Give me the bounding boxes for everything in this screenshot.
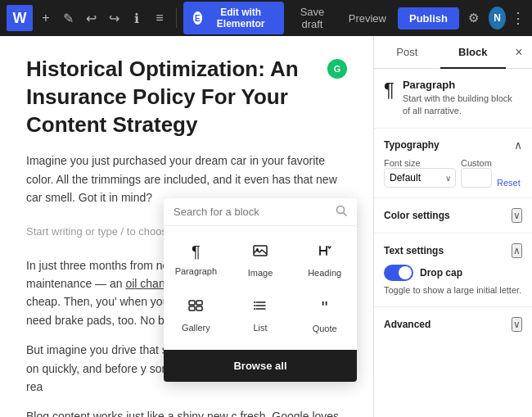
list-view-button[interactable]: ≡ <box>150 5 169 31</box>
block-info: ¶ Paragraph Start with the building bloc… <box>384 79 522 118</box>
svg-rect-4 <box>189 301 195 305</box>
save-draft-button[interactable]: Save draft <box>287 2 337 34</box>
info-button[interactable]: ℹ <box>127 5 147 31</box>
text-settings-header: Text settings ∧ <box>384 243 522 258</box>
drop-cap-description: Toggle to show a large initial letter. <box>384 284 522 297</box>
svg-rect-6 <box>189 306 195 310</box>
svg-rect-5 <box>196 301 202 305</box>
block-item-gallery[interactable]: Gallery <box>164 288 228 343</box>
panel-tabs: Post Block × <box>374 36 532 69</box>
svg-point-12 <box>254 305 255 306</box>
gallery-block-label: Gallery <box>182 323 210 333</box>
reset-font-size-button[interactable]: Reset <box>497 178 521 188</box>
post-title: Historical Optimization: An Insurance Po… <box>26 56 347 138</box>
toolbar: W + ✎ ↩ ↪ ℹ ≡ E Edit with Elementor Save… <box>0 0 532 36</box>
right-panel: Post Block × ¶ Paragraph Start with the … <box>373 36 532 417</box>
image-block-label: Image <box>248 268 273 278</box>
block-item-heading[interactable]: Heading <box>292 233 357 288</box>
block-item-image[interactable]: Image <box>228 233 293 288</box>
block-item-quote[interactable]: " Quote <box>292 288 357 343</box>
edit-with-elementor-button[interactable]: E Edit with Elementor <box>183 2 285 34</box>
image-block-icon <box>252 242 268 263</box>
svg-point-11 <box>254 301 255 303</box>
block-description: Start with the building block of all nar… <box>403 93 522 118</box>
block-name: Paragraph <box>403 79 522 91</box>
avatar: N <box>489 7 506 29</box>
tab-post[interactable]: Post <box>374 36 440 68</box>
svg-line-1 <box>344 213 347 216</box>
settings-button[interactable]: ⚙ <box>464 5 484 31</box>
undo-button[interactable]: ↩ <box>82 5 101 31</box>
toolbar-right: Save draft Preview Publish ⚙ N ⋮ <box>287 2 525 34</box>
gallery-block-icon <box>187 297 204 318</box>
tab-block[interactable]: Block <box>440 36 507 68</box>
font-size-control: Font size Default Small Medium Large ∨ <box>384 158 456 188</box>
typography-header: Typography ∧ <box>384 138 522 152</box>
edit-toolbar-button[interactable]: ✎ <box>59 5 79 31</box>
color-settings-header: Color settings ∨ <box>384 208 522 223</box>
paragraph-block-icon: ¶ <box>192 242 201 261</box>
more-options-button[interactable]: ⋮ <box>511 9 525 27</box>
publish-button[interactable]: Publish <box>398 7 459 29</box>
block-grid: ¶ Paragraph Image <box>164 226 357 350</box>
custom-size-control: Custom <box>461 158 492 188</box>
text-settings-section: Text settings ∧ Drop cap Toggle to show … <box>374 233 532 307</box>
drop-cap-toggle[interactable] <box>384 265 413 281</box>
search-icon <box>336 205 347 219</box>
redo-button[interactable]: ↪ <box>104 5 124 31</box>
block-item-paragraph[interactable]: ¶ Paragraph <box>164 233 228 288</box>
heading-block-icon <box>317 242 333 263</box>
preview-button[interactable]: Preview <box>342 9 393 28</box>
toolbar-divider <box>176 8 177 28</box>
font-size-select[interactable]: Default Small Medium Large <box>384 168 456 188</box>
text-settings-toggle[interactable]: ∧ <box>512 243 522 258</box>
editor-area[interactable]: Historical Optimization: An Insurance Po… <box>0 36 373 417</box>
advanced-toggle[interactable]: ∨ <box>512 317 522 332</box>
advanced-header: Advanced ∨ <box>384 317 522 332</box>
add-block-toolbar-button[interactable]: + <box>36 5 56 31</box>
main-area: Historical Optimization: An Insurance Po… <box>0 36 532 417</box>
block-picker-popup: ¶ Paragraph Image <box>164 198 357 382</box>
typography-section: Typography ∧ Font size Default Small Med… <box>374 129 532 198</box>
block-type-icon: ¶ <box>384 79 394 102</box>
elementor-badge: E <box>193 11 203 25</box>
typography-toggle[interactable]: ∧ <box>514 138 522 152</box>
drop-cap-row: Drop cap <box>384 265 522 281</box>
list-block-label: List <box>253 323 267 333</box>
custom-size-input[interactable] <box>461 168 492 188</box>
advanced-section: Advanced ∨ <box>374 307 532 342</box>
heading-block-label: Heading <box>308 268 341 278</box>
block-item-list[interactable]: List <box>228 288 293 343</box>
close-panel-button[interactable]: × <box>506 36 532 68</box>
color-settings-section: Color settings ∨ <box>374 198 532 233</box>
quote-block-label: Quote <box>313 324 337 333</box>
toggle-knob <box>399 266 412 279</box>
font-controls: Font size Default Small Medium Large ∨ C… <box>384 158 522 188</box>
grammarly-icon: G <box>327 59 347 79</box>
color-settings-toggle[interactable]: ∨ <box>512 208 522 223</box>
svg-point-3 <box>256 248 259 251</box>
browse-all-button[interactable]: Browse all <box>164 350 357 382</box>
block-search-bar <box>164 198 357 226</box>
block-search-input[interactable] <box>174 206 329 218</box>
list-block-icon <box>252 297 268 318</box>
svg-rect-7 <box>196 306 202 310</box>
block-info-section: ¶ Paragraph Start with the building bloc… <box>374 69 532 129</box>
paragraph-block-label: Paragraph <box>175 266 217 276</box>
wp-logo[interactable]: W <box>7 5 33 31</box>
svg-point-13 <box>254 308 255 310</box>
quote-block-icon: " <box>322 297 328 319</box>
block-info-text: Paragraph Start with the building block … <box>403 79 522 118</box>
editor-paragraph-3: Blog content works just like a shiny new… <box>26 407 347 417</box>
